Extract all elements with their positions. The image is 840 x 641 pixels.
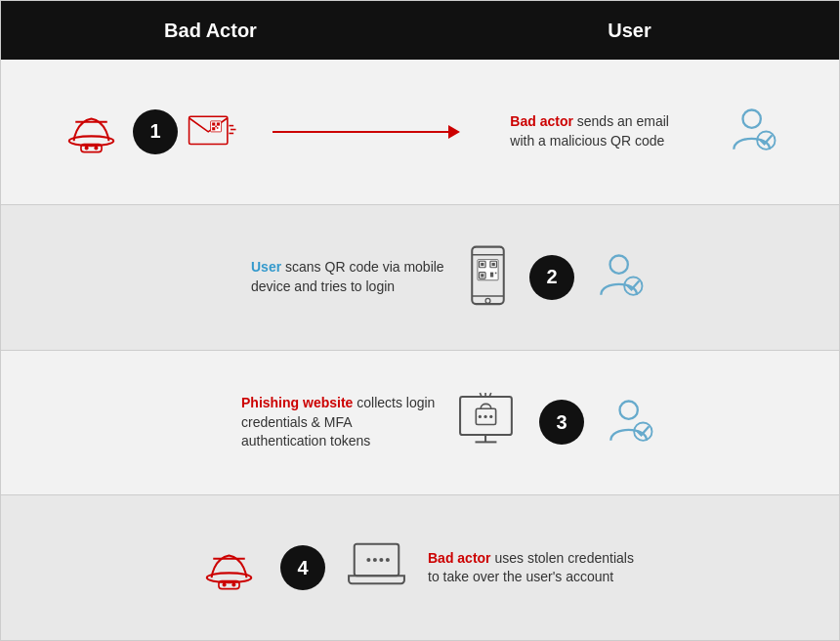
step-row-2: User scans QR code via mobile device and…: [1, 205, 839, 351]
svg-point-35: [479, 415, 482, 418]
header-user-label: User: [608, 20, 651, 42]
svg-rect-11: [217, 123, 220, 126]
step-circle-4: 4: [280, 545, 325, 590]
main-container: Bad Actor User: [0, 0, 840, 641]
step-row-3: Phishing website collects login credenti…: [1, 351, 839, 496]
step1-text: Bad actor sends an email with a maliciou…: [510, 112, 676, 150]
step-row-1: 1: [1, 60, 839, 205]
svg-rect-12: [212, 128, 215, 131]
step3-text: Phishing website collects login credenti…: [241, 394, 437, 451]
svg-rect-14: [215, 126, 217, 128]
row1-left: 1: [60, 100, 241, 163]
step-circle-1: 1: [133, 109, 178, 154]
svg-point-37: [489, 415, 492, 418]
phone-qr-icon: [466, 245, 510, 309]
step4-text: Bad actor uses stolen credentials to tak…: [428, 549, 643, 587]
header-bad-actor-label: Bad Actor: [164, 20, 257, 42]
user-icon-3: [604, 396, 657, 449]
svg-point-48: [223, 582, 227, 586]
svg-point-3: [85, 147, 89, 150]
svg-rect-28: [495, 273, 497, 275]
svg-point-53: [379, 558, 383, 562]
svg-rect-25: [492, 263, 495, 266]
svg-point-4: [94, 147, 98, 150]
svg-point-15: [742, 110, 760, 128]
svg-point-51: [366, 558, 370, 562]
svg-point-36: [483, 415, 486, 418]
laptop-credentials-icon: [345, 541, 408, 595]
step-circle-2: 2: [529, 255, 574, 300]
step-circle-3: 3: [539, 400, 584, 445]
svg-point-52: [373, 558, 377, 562]
email-qr-icon: [188, 105, 241, 158]
bad-actor-icon-2: [197, 536, 261, 600]
svg-rect-24: [481, 263, 483, 266]
svg-rect-13: [217, 128, 219, 130]
step-row-4: 4 Bad actor uses stole: [1, 495, 839, 640]
svg-point-31: [610, 256, 628, 274]
user-icon-1: [727, 105, 780, 158]
svg-point-54: [386, 558, 390, 562]
step1-arrow: [273, 125, 460, 139]
row4-layout: 4 Bad actor uses stole: [21, 536, 819, 600]
svg-point-43: [620, 401, 638, 418]
row1-layout: 1: [21, 100, 819, 163]
row3-layout: Phishing website collects login credenti…: [21, 391, 819, 454]
user-icon-2: [594, 250, 648, 304]
header-user: User: [420, 1, 839, 60]
svg-point-49: [231, 582, 235, 586]
step2-text: User scans QR code via mobile device and…: [251, 258, 446, 296]
svg-rect-27: [490, 273, 493, 276]
row2-layout: User scans QR code via mobile device and…: [21, 245, 819, 309]
svg-rect-10: [212, 123, 215, 126]
header-bad-actor: Bad Actor: [1, 1, 420, 60]
svg-point-30: [485, 299, 490, 304]
header: Bad Actor User: [1, 1, 839, 60]
phishing-monitor-icon: [456, 391, 520, 454]
svg-rect-20: [478, 260, 498, 280]
bad-actor-icon: [60, 100, 123, 163]
svg-rect-5: [189, 117, 228, 145]
svg-rect-26: [481, 274, 483, 277]
svg-rect-29: [490, 276, 493, 278]
